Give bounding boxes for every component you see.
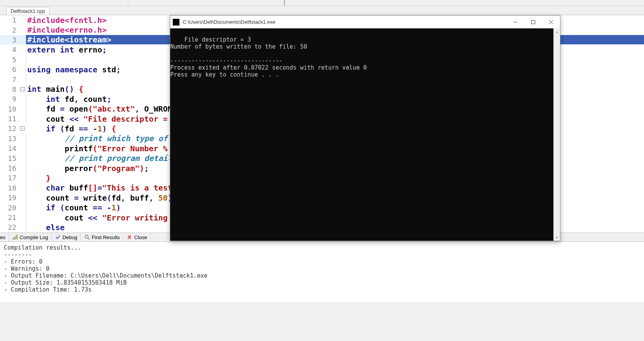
bottom-tab-cut[interactable]: es xyxy=(0,233,9,241)
line-number: 21 xyxy=(0,213,19,222)
bottom-tab-find-results[interactable]: Find Results xyxy=(81,233,123,241)
close-window-button[interactable] xyxy=(542,16,560,28)
fold-column: − xyxy=(19,87,26,91)
minimize-button[interactable] xyxy=(506,16,524,28)
svg-line-4 xyxy=(88,238,89,240)
console-window-controls xyxy=(506,16,560,28)
top-toolbar xyxy=(0,0,644,6)
line-number: 22 xyxy=(0,223,19,231)
gutter-divider xyxy=(26,15,26,233)
close-icon xyxy=(549,20,553,24)
line-number: 16 xyxy=(0,164,19,172)
maximize-icon xyxy=(531,20,535,24)
line-number: 14 xyxy=(0,144,19,152)
line-number: 8 xyxy=(0,85,19,93)
minimize-icon xyxy=(513,20,517,24)
editor-tab[interactable]: Delftstack1.cpp xyxy=(6,7,49,15)
line-number: 19 xyxy=(0,194,19,202)
toolbar-section-2 xyxy=(128,0,285,6)
svg-rect-1 xyxy=(14,236,16,240)
search-icon xyxy=(84,234,90,240)
line-number: 9 xyxy=(0,95,19,103)
bar-chart-icon xyxy=(12,234,18,240)
svg-rect-6 xyxy=(532,20,535,24)
console-app-icon xyxy=(173,19,180,26)
debug-label: Debug xyxy=(63,234,77,240)
console-window: C:\Users\Dell\Documents\Delftstack1.exe … xyxy=(170,15,560,241)
line-number: 6 xyxy=(0,65,19,73)
fold-toggle-icon[interactable]: − xyxy=(20,87,24,91)
svg-rect-2 xyxy=(16,235,17,240)
bottom-tab-debug[interactable]: Debug xyxy=(52,233,81,241)
find-results-label: Find Results xyxy=(92,234,120,240)
line-number: 7 xyxy=(0,75,19,84)
toolbar-section-1 xyxy=(0,0,128,6)
scroll-down-arrow-icon[interactable]: ▾ xyxy=(553,234,560,241)
line-number: 1 xyxy=(0,16,19,24)
line-number: 5 xyxy=(0,56,19,64)
editor-tab-bar: Delftstack1.cpp xyxy=(0,6,644,15)
line-number: 4 xyxy=(0,45,19,54)
line-number: 13 xyxy=(0,135,19,143)
console-text: File descriptor = 3 Number of bytes writ… xyxy=(170,36,367,78)
check-icon xyxy=(55,234,61,240)
bottom-tab-cut-label: es xyxy=(0,234,5,240)
line-number: 12 xyxy=(0,124,19,133)
fold-toggle-icon[interactable]: − xyxy=(20,126,24,131)
line-number: 2 xyxy=(0,26,19,34)
line-number: 18 xyxy=(0,184,19,192)
console-scrollbar[interactable]: ▴ ▾ xyxy=(553,28,560,241)
console-titlebar[interactable]: C:\Users\Dell\Documents\Delftstack1.exe xyxy=(170,16,560,28)
svg-rect-0 xyxy=(13,238,14,240)
close-x-icon xyxy=(126,234,133,240)
line-number: 15 xyxy=(0,154,19,163)
compile-log-label: Compile Log xyxy=(20,234,48,240)
console-title: C:\Users\Dell\Documents\Delftstack1.exe xyxy=(183,19,506,25)
bottom-tab-compile-log[interactable]: Compile Log xyxy=(9,233,52,241)
bottom-tab-close[interactable]: Close xyxy=(123,233,150,241)
console-output[interactable]: File descriptor = 3 Number of bytes writ… xyxy=(170,28,560,241)
scroll-up-arrow-icon[interactable]: ▴ xyxy=(553,28,560,35)
compile-log-panel[interactable]: Compilation results... -------- - Errors… xyxy=(0,242,644,302)
svg-point-3 xyxy=(85,235,88,238)
close-label: Close xyxy=(134,234,147,240)
line-number: 10 xyxy=(0,105,19,113)
line-number: 11 xyxy=(0,115,19,123)
fold-column: − xyxy=(19,126,26,131)
maximize-button[interactable] xyxy=(524,16,542,28)
line-number: 20 xyxy=(0,204,19,212)
line-number: 17 xyxy=(0,174,19,182)
line-number: 3 xyxy=(0,36,19,44)
